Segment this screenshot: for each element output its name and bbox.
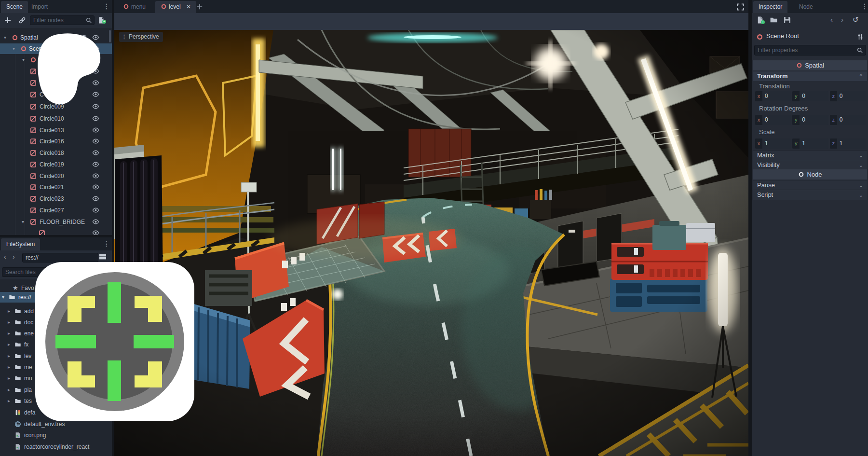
collapse-icon[interactable]: ▾ xyxy=(22,217,24,227)
tree-row[interactable]: Circle010 xyxy=(0,113,112,124)
instance-scene-icon[interactable] xyxy=(18,16,26,24)
fs-row-reactor[interactable]: reactorcorecylinder_react xyxy=(0,442,112,452)
node-type-icon xyxy=(756,33,763,41)
expand-icon[interactable]: ▸ xyxy=(8,306,10,317)
expand-icon[interactable]: ▸ xyxy=(8,373,10,384)
tab-inspector[interactable]: Inspector xyxy=(753,1,787,13)
tree-row[interactable]: Circle016 xyxy=(0,136,112,147)
eye-icon[interactable] xyxy=(92,183,99,191)
close-icon[interactable]: ✕ xyxy=(186,3,191,10)
filesystem-menu-icon[interactable]: ⋮ xyxy=(103,240,110,248)
expand-icon[interactable]: ▸ xyxy=(8,339,10,350)
rotation-x-field[interactable]: x0 xyxy=(755,115,791,125)
fullscreen-icon[interactable] xyxy=(736,3,745,11)
tree-row[interactable]: Circle018 xyxy=(0,148,112,158)
expand-icon[interactable]: ▸ xyxy=(8,385,10,395)
category-transform[interactable]: Transform⌃ xyxy=(753,71,867,81)
translation-z-field[interactable]: z0 xyxy=(830,91,866,101)
tab-level-scene[interactable]: level ✕ xyxy=(155,1,196,13)
history-forward-icon[interactable]: › xyxy=(841,15,843,24)
viewport-3d[interactable]: ⋮Perspective xyxy=(114,30,748,456)
expand-icon[interactable]: ▸ xyxy=(8,317,10,328)
eye-icon[interactable] xyxy=(92,115,99,122)
group-script[interactable]: Script⌄ xyxy=(753,190,867,200)
add-node-icon[interactable] xyxy=(4,16,12,24)
perspective-menu[interactable]: ⋮Perspective xyxy=(119,32,163,42)
expand-icon[interactable]: ▸ xyxy=(8,328,10,339)
expand-icon[interactable]: ▸ xyxy=(8,362,10,373)
viewport-3d-scene xyxy=(114,30,748,456)
scale-x-field[interactable]: x1 xyxy=(755,138,791,149)
node-label: Circle023 xyxy=(40,193,64,204)
spatial-icon xyxy=(12,34,18,41)
collapse-icon[interactable]: ▾ xyxy=(13,43,15,54)
perspective-label: Perspective xyxy=(129,33,159,40)
extra-options-icon[interactable] xyxy=(856,33,864,41)
filter-nodes-input[interactable]: Filter nodes xyxy=(30,15,95,25)
section-header-node[interactable]: Node xyxy=(753,169,867,180)
search-icon xyxy=(85,17,92,24)
axis-z-label: z xyxy=(830,115,837,125)
scale-z-field[interactable]: z1 xyxy=(830,138,866,149)
group-label: Matrix xyxy=(753,152,774,159)
eye-icon[interactable] xyxy=(92,207,99,214)
rotation-y-field[interactable]: y0 xyxy=(792,115,828,125)
tree-row-floor-bridge[interactable]: ▾ FLOOR_BRIDGE xyxy=(0,217,112,227)
translation-y-field[interactable]: y0 xyxy=(792,91,828,101)
node-icon xyxy=(798,171,804,178)
tab-menu-scene[interactable]: menu xyxy=(118,1,151,13)
collapse-icon[interactable]: ▾ xyxy=(22,55,25,65)
history-back-icon[interactable]: ‹ xyxy=(830,15,833,24)
rotation-z-field[interactable]: z0 xyxy=(830,115,866,125)
expand-icon[interactable]: ▸ xyxy=(8,396,10,406)
tab-import[interactable]: Import xyxy=(26,1,53,13)
collapse-icon[interactable]: ▾ xyxy=(4,32,6,43)
collapse-icon[interactable]: ▾ xyxy=(2,292,4,303)
tree-row[interactable]: Circle019 xyxy=(0,159,112,170)
add-tab-icon[interactable] xyxy=(196,3,203,10)
tab-filesystem[interactable]: FileSystem xyxy=(1,238,40,250)
eye-icon[interactable] xyxy=(92,218,99,225)
scene-dock-menu-icon[interactable]: ⋮ xyxy=(103,2,110,10)
tree-row-clipped[interactable] xyxy=(0,228,112,235)
eye-icon[interactable] xyxy=(92,138,99,145)
nav-forward-icon[interactable]: › xyxy=(13,253,15,261)
save-resource-icon[interactable] xyxy=(783,16,791,24)
fs-row-icon-png[interactable]: icon.png xyxy=(0,430,112,441)
translation-x-field[interactable]: x0 xyxy=(755,91,791,101)
tab-scene[interactable]: Scene xyxy=(1,1,28,13)
eye-icon[interactable] xyxy=(92,161,99,168)
expand-icon[interactable]: ▸ xyxy=(8,351,10,361)
folder-icon xyxy=(14,341,21,348)
tree-row[interactable]: Circle021 xyxy=(0,182,112,193)
scale-y-field[interactable]: y1 xyxy=(792,138,828,149)
group-pause[interactable]: Pause⌄ xyxy=(753,180,867,190)
spatial-toolbar: Transform View xyxy=(114,13,748,30)
tree-row[interactable]: Circle013 xyxy=(0,125,112,136)
load-resource-icon[interactable] xyxy=(770,16,778,24)
scene-tree-scrollbar[interactable] xyxy=(109,30,111,42)
folder-icon xyxy=(14,398,21,404)
tab-node[interactable]: Node xyxy=(794,1,818,13)
nav-back-icon[interactable]: ‹ xyxy=(4,253,6,261)
eye-icon[interactable] xyxy=(92,195,99,202)
eye-icon[interactable] xyxy=(92,126,99,134)
axis-y-label: y xyxy=(792,138,800,149)
tree-row[interactable]: Circle023 xyxy=(0,193,112,204)
inspector-menu-icon[interactable]: ⋮ xyxy=(861,2,868,10)
tree-row[interactable]: Circle020 xyxy=(0,171,112,181)
group-visibility[interactable]: Visibility⌄ xyxy=(753,160,867,170)
object-history-icon[interactable]: ↺ xyxy=(853,15,859,24)
eye-icon[interactable] xyxy=(92,172,99,180)
filter-properties-input[interactable]: Filter properties xyxy=(754,45,866,55)
fs-label: add xyxy=(24,306,34,317)
eye-icon[interactable] xyxy=(92,149,99,156)
group-matrix[interactable]: Matrix⌄ xyxy=(753,150,867,160)
tree-row[interactable]: Circle027 xyxy=(0,205,112,216)
display-mode-icon[interactable] xyxy=(98,253,107,262)
folder-icon xyxy=(14,353,21,359)
eye-icon[interactable] xyxy=(92,229,99,235)
path-field[interactable]: res:// xyxy=(22,253,98,263)
section-header-spatial[interactable]: Spatial xyxy=(753,60,867,70)
folder-icon xyxy=(9,294,15,301)
